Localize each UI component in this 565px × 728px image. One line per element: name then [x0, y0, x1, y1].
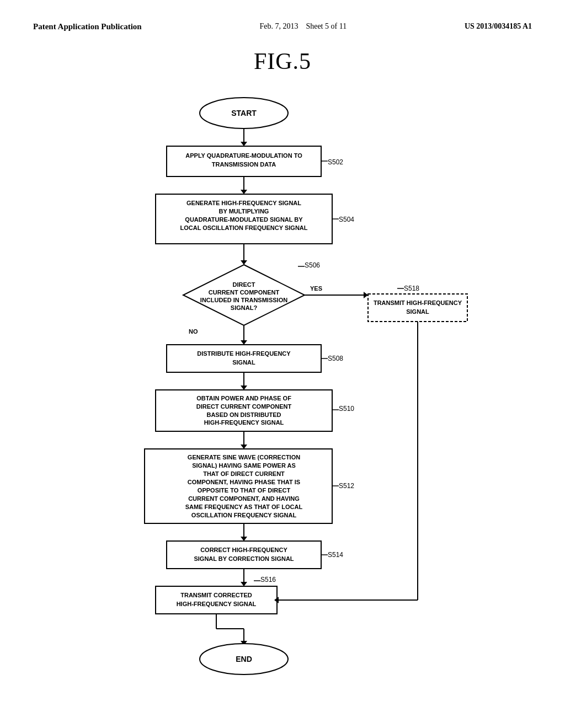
s510-line1: OBTAIN POWER AND PHASE OF: [196, 395, 291, 402]
header-center: Feb. 7, 2013 Sheet 5 of 11: [259, 22, 347, 31]
header: Patent Application Publication Feb. 7, 2…: [33, 22, 532, 31]
svg-marker-9: [241, 260, 247, 265]
s504-line2: BY MULTIPLYING: [219, 208, 269, 215]
svg-marker-6: [241, 190, 247, 194]
svg-marker-2: [241, 142, 247, 146]
svg-marker-22: [241, 537, 247, 541]
s504-label: S504: [339, 216, 354, 223]
svg-marker-19: [241, 445, 247, 449]
s506-text1: DIRECT: [233, 281, 255, 288]
s502-line2: TRANSMISSION DATA: [212, 161, 276, 168]
s518-line2: SIGNAL: [406, 308, 429, 315]
page: Patent Application Publication Feb. 7, 2…: [0, 0, 565, 728]
s508-label: S508: [328, 355, 343, 362]
s512-line7: SAME FREQUENCY AS THAT OF LOCAL: [185, 504, 303, 510]
s508-line2: SIGNAL: [232, 359, 255, 366]
s502-line1: APPLY QUADRATURE-MODULATION TO: [185, 152, 302, 159]
svg-marker-25: [241, 582, 247, 586]
svg-marker-11: [364, 292, 368, 298]
s510-line4: HIGH-FREQUENCY SIGNAL: [204, 419, 284, 426]
s516-line2: HIGH-FREQUENCY SIGNAL: [177, 601, 257, 607]
s504-line3: QUADRATURE-MODULATED SIGNAL BY: [185, 216, 303, 223]
start-label: START: [231, 109, 257, 117]
yes-label: YES: [310, 285, 322, 292]
s506-text3: INCLUDED IN TRANSMISSION: [200, 297, 287, 303]
s506-text4: SIGNAL?: [231, 304, 258, 311]
end-label: END: [236, 655, 252, 663]
svg-rect-23: [167, 541, 321, 569]
s510-label: S510: [339, 405, 354, 413]
s518-line1: TRANSMIT HIGH-FREQUENCY: [374, 299, 462, 306]
s510-line3: BASED ON DISTRIBUTED: [206, 411, 281, 418]
header-date: Feb. 7, 2013: [259, 22, 298, 30]
svg-rect-14: [167, 345, 321, 372]
svg-marker-13: [241, 340, 247, 345]
s512-line4: COMPONENT, HAVING PHASE THAT IS: [188, 479, 300, 485]
s504-line1: GENERATE HIGH-FREQUENCY SIGNAL: [186, 200, 301, 206]
s516-line1: TRANSMIT CORRECTED: [180, 592, 252, 598]
no-label: NO: [189, 328, 198, 335]
s518-label-text: S518: [404, 285, 419, 292]
s504-line4: LOCAL OSCILLATION FREQUENCY SIGNAL: [180, 224, 307, 231]
s514-line1: CORRECT HIGH-FREQUENCY: [200, 547, 287, 553]
s512-line3: THAT OF DIRECT CURRENT: [203, 470, 285, 477]
s512-label: S512: [339, 482, 354, 490]
figure-title: FIG.5: [33, 48, 532, 74]
flowchart-svg: START APPLY QUADRATURE-MODULATION TO TRA…: [89, 91, 476, 687]
s512-line2: SIGNAL) HAVING SAME POWER AS: [192, 462, 296, 469]
s510-line2: DIRECT CURRENT COMPONENT: [196, 403, 292, 410]
svg-marker-16: [241, 386, 247, 390]
s514-label: S514: [328, 551, 343, 559]
s516-label-text: S516: [260, 576, 276, 584]
s512-line5: OPPOSITE TO THAT OF DIRECT: [198, 487, 291, 494]
svg-rect-26: [156, 586, 277, 614]
s506-text2: CURRENT COMPONENT: [209, 289, 280, 296]
s502-label: S502: [328, 158, 343, 166]
s512-line6: CURRENT COMPONENT, AND HAVING: [188, 495, 300, 502]
s512-line8: OSCILLATION FREQUENCY SIGNAL: [191, 512, 297, 518]
s512-line1: GENERATE SINE WAVE (CORRECTION: [188, 454, 300, 461]
s508-line1: DISTRIBUTE HIGH-FREQUENCY: [197, 350, 291, 357]
header-right: US 2013/0034185 A1: [465, 22, 532, 31]
s506-label: S506: [305, 261, 320, 269]
header-sheet: Sheet 5 of 11: [306, 22, 347, 30]
header-left: Patent Application Publication: [33, 22, 142, 31]
svg-rect-27: [368, 294, 467, 322]
s514-line2: SIGNAL BY CORRECTION SIGNAL: [194, 555, 294, 562]
